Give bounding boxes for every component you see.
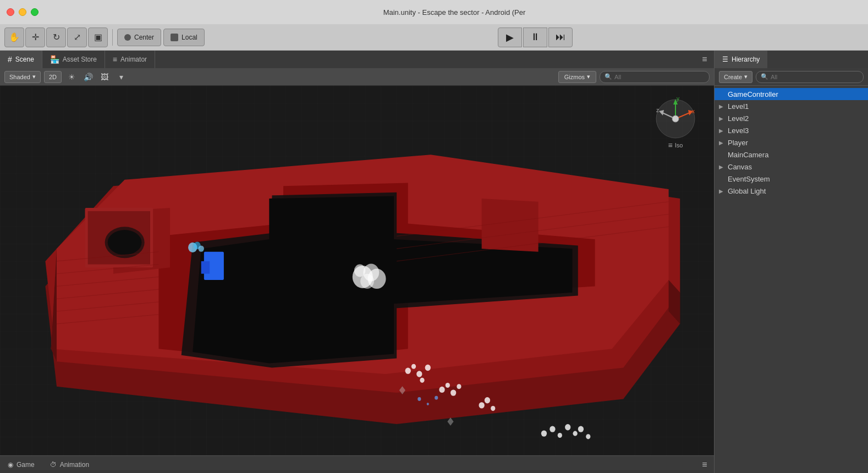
shaded-dropdown[interactable]: Shaded ▾ [4, 71, 41, 83]
play-button[interactable]: ▶ [498, 28, 522, 47]
2d-button[interactable]: 2D [44, 71, 62, 83]
lighting-tool-button[interactable]: ☀ [65, 70, 78, 84]
svg-point-36 [485, 397, 490, 403]
create-arrow-icon: ▾ [744, 73, 748, 80]
svg-rect-17 [201, 261, 210, 274]
svg-point-15 [108, 230, 142, 255]
center-button[interactable]: Center [117, 29, 161, 46]
svg-point-38 [541, 430, 547, 436]
hierarchy-item-level3[interactable]: ▶ Level3 [715, 124, 868, 136]
maximize-button[interactable] [31, 8, 39, 16]
effects-tool-button[interactable]: 🖼 [98, 70, 111, 84]
item-label: GameController [728, 90, 778, 98]
svg-point-30 [425, 365, 431, 371]
svg-point-44 [586, 434, 590, 439]
hierarchy-label: Hierarchy [732, 56, 760, 63]
audio-tool-button[interactable]: 🔊 [81, 70, 95, 84]
svg-point-34 [457, 384, 461, 389]
arrow-icon: ▶ [719, 116, 726, 122]
step-button[interactable]: ⏭ [548, 28, 573, 47]
hierarchy-search-box: 🔍 [756, 71, 864, 83]
hierarchy-item-level2[interactable]: ▶ Level2 [715, 112, 868, 124]
item-label: Level1 [728, 102, 749, 111]
scene-search-input[interactable] [614, 74, 705, 80]
tab-menu-button[interactable]: ≡ [700, 54, 710, 64]
hierarchy-search-icon: 🔍 [761, 73, 768, 80]
main-content: # Scene 🏪 Asset Store ≡ Animator ≡ Shade… [0, 51, 868, 473]
scene-search-icon: 🔍 [605, 73, 612, 80]
item-label: Level3 [728, 127, 749, 135]
hand-tool-button[interactable]: ✋ [4, 28, 24, 47]
effects-arrow-button[interactable]: ▾ [114, 70, 128, 84]
minimize-button[interactable] [19, 8, 26, 16]
item-label: MainCamera [728, 151, 768, 159]
svg-point-42 [573, 431, 577, 436]
hierarchy-item-player[interactable]: ▶ Player [715, 136, 868, 148]
scene-view[interactable]: y x z ≡ Iso [0, 86, 714, 455]
arrow-icon: ▶ [719, 128, 726, 134]
close-button[interactable] [7, 8, 14, 16]
hierarchy-item-canvas[interactable]: ▶ Canvas [715, 161, 868, 173]
tab-asset-store[interactable]: 🏪 Asset Store [42, 51, 105, 68]
arrow-icon: ▶ [719, 188, 726, 194]
bottom-menu: ≡ [700, 456, 714, 473]
hierarchy-icon: ☰ [722, 56, 728, 63]
asset-store-label: Asset Store [63, 56, 97, 63]
svg-point-26 [405, 368, 411, 374]
gizmos-button[interactable]: Gizmos ▾ [558, 71, 596, 83]
main-toolbar: ✋ ✛ ↻ ⤢ ▣ Center Local ▶ ⏸ ⏭ [0, 24, 868, 51]
tab-game[interactable]: ◉ Game [0, 456, 42, 473]
bottom-menu-button[interactable]: ≡ [700, 460, 710, 470]
center-icon [124, 34, 131, 41]
svg-point-29 [420, 378, 424, 383]
svg-point-45 [417, 397, 421, 401]
scene-tab-icon: # [8, 55, 12, 64]
local-button[interactable]: Local [163, 29, 205, 46]
hierarchy-item-level1[interactable]: ▶ Level1 [715, 100, 868, 112]
hierarchy-search-input[interactable] [771, 74, 859, 80]
tab-hierarchy[interactable]: ☰ Hierarchy [715, 51, 767, 68]
animation-tab-label: Animation [60, 461, 89, 469]
svg-point-39 [550, 426, 555, 432]
item-label: Player [728, 139, 748, 147]
hierarchy-item-gamecontroller[interactable]: GameController [715, 88, 868, 100]
svg-point-46 [427, 403, 429, 405]
rect-tool-button[interactable]: ▣ [88, 28, 108, 47]
2d-label: 2D [49, 74, 57, 80]
local-label: Local [182, 34, 197, 41]
item-label: Canvas [728, 163, 752, 171]
svg-point-40 [558, 433, 562, 438]
gizmos-label: Gizmos [564, 74, 585, 80]
tab-animator[interactable]: ≡ Animator [105, 51, 155, 68]
game-tab-label: Game [17, 461, 35, 469]
animation-tab-icon: ⏱ [50, 461, 57, 469]
tab-scene[interactable]: # Scene [0, 51, 42, 68]
game-tab-icon: ◉ [8, 461, 13, 469]
scene-tab-label: Scene [15, 56, 34, 63]
hierarchy-item-eventsystem[interactable]: EventSystem [715, 173, 868, 185]
hierarchy-panel: ☰ Hierarchy Create ▾ 🔍 GameController [714, 51, 868, 473]
svg-point-47 [435, 396, 438, 400]
local-icon [171, 34, 178, 41]
item-label: Global Light [728, 187, 766, 195]
rotate-tool-button[interactable]: ↻ [46, 28, 66, 47]
iso-label: ≡ Iso [668, 141, 683, 150]
svg-point-31 [439, 387, 444, 393]
hierarchy-item-globallight[interactable]: ▶ Global Light [715, 185, 868, 197]
pause-button[interactable]: ⏸ [523, 28, 547, 47]
hierarchy-item-maincamera[interactable]: MainCamera [715, 148, 868, 161]
create-button[interactable]: Create ▾ [719, 71, 752, 83]
shaded-arrow-icon: ▾ [32, 73, 36, 80]
bottom-tab-bar: ◉ Game ⏱ Animation ≡ [0, 455, 714, 473]
svg-point-70 [672, 116, 679, 122]
scale-tool-button[interactable]: ⤢ [67, 28, 87, 47]
play-controls: ▶ ⏸ ⏭ [498, 28, 573, 47]
gizmo-widget[interactable]: y x z ≡ Iso [648, 97, 703, 163]
svg-point-35 [479, 402, 484, 408]
tool-group: ✋ ✛ ↻ ⤢ ▣ [4, 28, 108, 47]
item-label: Level2 [728, 114, 749, 123]
svg-text:z: z [656, 107, 659, 113]
move-tool-button[interactable]: ✛ [25, 28, 45, 47]
tab-animation[interactable]: ⏱ Animation [42, 456, 97, 473]
svg-point-43 [578, 426, 584, 432]
